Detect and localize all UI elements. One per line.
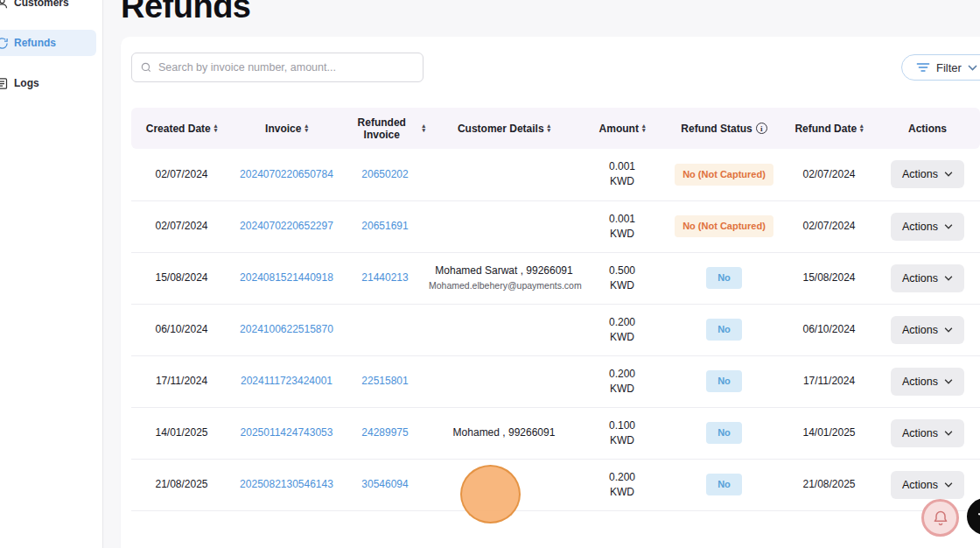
refunded-invoice-link[interactable]: 24289975 xyxy=(361,426,408,439)
chevron-down-icon xyxy=(944,482,953,488)
search-input[interactable] xyxy=(131,53,424,82)
info-icon[interactable] xyxy=(756,123,767,134)
refund-status-cell: No (Not Captured) xyxy=(665,149,783,200)
sort-icon[interactable] xyxy=(860,124,864,132)
status-badge: No (Not Captured) xyxy=(675,164,774,186)
refunded-invoice-link[interactable]: 30546094 xyxy=(361,478,408,490)
refunded-invoice-cell: 21440213 xyxy=(341,252,429,304)
refunded-invoice-cell: 20651691 xyxy=(341,200,429,252)
sort-icon[interactable] xyxy=(642,124,646,132)
customer-details-cell xyxy=(429,459,579,510)
created-date-cell: 02/07/2024 xyxy=(131,200,232,252)
col-label: Refunded Invoice xyxy=(345,116,418,141)
status-badge: No xyxy=(706,370,742,392)
sidebar-item-customers[interactable]: Customers xyxy=(0,0,96,16)
invoice-link[interactable]: 2024081521440918 xyxy=(240,271,333,284)
col-invoice[interactable]: Invoice xyxy=(232,108,341,149)
sidebar-item-label: Customers xyxy=(14,0,69,9)
invoice-link[interactable]: 2024070220652297 xyxy=(240,220,333,232)
table-header-row: Created Date Invoice Refunded Invoice Cu… xyxy=(131,108,980,149)
sidebar-item-refunds[interactable]: Refunds xyxy=(0,30,96,56)
refund-date-cell: 02/07/2024 xyxy=(783,149,875,200)
sort-icon[interactable] xyxy=(548,124,551,132)
refund-date-cell: 17/11/2024 xyxy=(783,355,875,407)
refund-status-cell: No xyxy=(665,459,783,510)
chevron-down-icon xyxy=(944,276,953,281)
actions-button[interactable]: Actions xyxy=(891,264,964,292)
created-date-cell: 06/10/2024 xyxy=(131,304,232,355)
invoice-link[interactable]: 2025011424743053 xyxy=(241,426,333,439)
table-row: 17/11/2024 2024111723424001 22515801 0.2… xyxy=(131,355,980,407)
col-refund-date[interactable]: Refund Date xyxy=(783,108,875,149)
logs-icon xyxy=(0,77,10,90)
customer-details-cell: Mohamed , 99266091 xyxy=(429,407,579,459)
sort-icon[interactable] xyxy=(214,124,218,132)
actions-button[interactable]: Actions xyxy=(891,316,964,344)
col-created-date[interactable]: Created Date xyxy=(131,108,232,149)
sort-icon[interactable] xyxy=(304,124,308,132)
chevron-down-icon xyxy=(944,379,953,384)
sidebar-item-logs[interactable]: Logs xyxy=(0,70,96,96)
refunded-invoice-cell: 22515801 xyxy=(341,355,429,407)
actions-label: Actions xyxy=(902,376,938,388)
invoice-link[interactable]: 2024111723424001 xyxy=(241,375,332,387)
sidebar-item-label: Refunds xyxy=(14,37,56,49)
table-row: 06/10/2024 2024100622515870 0.200KWD No … xyxy=(131,304,980,355)
actions-button[interactable]: Actions xyxy=(891,160,964,188)
actions-button[interactable]: Actions xyxy=(891,213,964,241)
col-customer-details[interactable]: Customer Details xyxy=(429,108,579,149)
amount-currency: KWD xyxy=(579,278,665,293)
customer-name: Mohamed Sarwat , 99266091 xyxy=(429,263,579,278)
status-badge: No xyxy=(706,422,742,444)
refunded-invoice-link[interactable]: 20650202 xyxy=(361,168,408,180)
invoice-cell: 2024081521440918 xyxy=(232,252,341,304)
customer-details-cell xyxy=(429,355,579,407)
col-amount[interactable]: Amount xyxy=(579,108,665,149)
actions-button[interactable]: Actions xyxy=(891,419,964,447)
refunded-invoice-link[interactable]: 20651691 xyxy=(361,220,408,232)
table-row: 02/07/2024 2024070220652297 20651691 0.0… xyxy=(131,200,980,252)
col-label: Customer Details xyxy=(458,123,544,135)
refunded-invoice-link[interactable]: 22515801 xyxy=(361,375,408,387)
refund-status-cell: No (Not Captured) xyxy=(665,200,783,252)
refunded-invoice-link[interactable]: 21440213 xyxy=(361,271,408,284)
refund-date-cell: 21/08/2025 xyxy=(783,459,875,510)
invoice-link[interactable]: 2024100622515870 xyxy=(240,323,333,335)
amount-currency: KWD xyxy=(579,174,665,189)
invoice-cell: 2025011424743053 xyxy=(232,407,341,459)
customer-details-cell xyxy=(429,149,579,200)
search-icon xyxy=(140,61,152,74)
filter-label: Filter xyxy=(936,61,962,74)
customer-details-cell: Mohamed Sarwat , 99266091Mohamed.elbeher… xyxy=(429,252,579,304)
created-date-cell: 15/08/2024 xyxy=(131,252,232,304)
status-badge: No xyxy=(706,319,742,341)
refund-date-cell: 06/10/2024 xyxy=(783,304,875,355)
amount-value: 0.200 xyxy=(579,470,665,485)
card-toolbar: Filter xyxy=(121,37,980,82)
actions-cell: Actions xyxy=(875,407,980,459)
invoice-link[interactable]: 2025082130546143 xyxy=(240,478,333,490)
amount-value: 0.100 xyxy=(579,418,665,433)
refunds-card: Filter Created Date Invoice Refunded Inv… xyxy=(121,37,980,548)
customer-name: Mohamed , 99266091 xyxy=(429,425,579,440)
refund-date-cell: 15/08/2024 xyxy=(783,252,875,304)
chevron-down-icon xyxy=(944,327,953,333)
refund-status-cell: No xyxy=(665,252,783,304)
actions-cell: Actions xyxy=(875,304,980,355)
invoice-link[interactable]: 2024070220650784 xyxy=(240,168,333,180)
col-label: Actions xyxy=(908,123,947,135)
refund-status-cell: No xyxy=(665,355,783,407)
actions-button[interactable]: Actions xyxy=(891,471,964,499)
refunded-invoice-cell: 30546094 xyxy=(341,459,429,510)
actions-button[interactable]: Actions xyxy=(891,368,964,396)
amount-cell: 0.200KWD xyxy=(579,459,665,510)
col-refunded-invoice[interactable]: Refunded Invoice xyxy=(341,108,429,149)
filter-button[interactable]: Filter xyxy=(901,54,980,81)
invoice-cell: 2024111723424001 xyxy=(232,355,341,407)
notification-button[interactable] xyxy=(921,499,959,537)
table-row: 14/01/2025 2025011424743053 24289975 Moh… xyxy=(131,407,980,459)
sort-icon[interactable] xyxy=(422,124,425,132)
sidebar-nav: Customers Refunds Logs xyxy=(0,0,102,96)
chevron-down-icon xyxy=(968,65,977,71)
col-label: Created Date xyxy=(146,123,211,135)
